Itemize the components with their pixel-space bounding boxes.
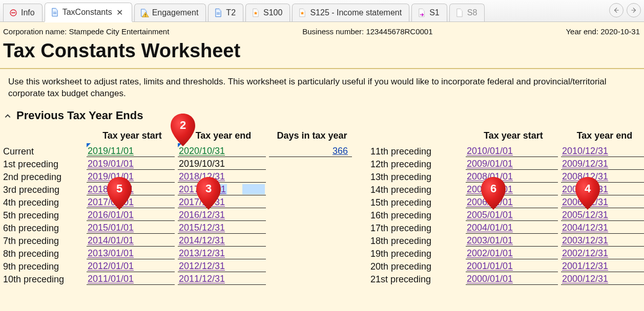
tax-year-start-field[interactable]: 2011/01/01 xyxy=(87,273,175,285)
row-label: 21st preceding xyxy=(369,273,466,286)
tax-year-end-field[interactable]: 2007/12/31 xyxy=(561,184,644,195)
doc-star-icon xyxy=(298,8,307,17)
row-label: 3rd preceding xyxy=(2,184,87,196)
corp-name: Corporation name: Stampede City Entertai… xyxy=(3,27,169,36)
tax-year-start-field[interactable]: 2014/01/01 xyxy=(87,235,175,247)
tax-year-end-field[interactable]: 2017/12/31 xyxy=(178,196,266,208)
year-end-label: Year end: xyxy=(566,27,598,36)
row-label: 19th preceding xyxy=(369,248,466,260)
right-grid: Tax year startTax year end11th preceding… xyxy=(369,128,644,286)
left-grid: Tax year startTax year endDays in tax ye… xyxy=(2,128,355,286)
tax-year-end-field[interactable]: 2008/12/31 xyxy=(561,171,644,183)
tax-year-start-field[interactable]: 2002/01/01 xyxy=(466,248,558,259)
tax-year-end-field[interactable]: 2017/12/31 xyxy=(178,184,266,195)
tax-year-start-field[interactable]: 2010/01/01 xyxy=(466,145,558,157)
doc-warn-icon xyxy=(140,8,149,17)
tax-year-end-field[interactable]: 2004/12/31 xyxy=(561,222,644,234)
tax-year-start-field[interactable]: 2008/01/01 xyxy=(466,171,558,183)
tax-year-start-field[interactable]: 2016/01/01 xyxy=(87,209,175,221)
corp-name-value: Stampede City Entertainment xyxy=(69,27,169,36)
tax-year-end-field[interactable]: 2015/12/31 xyxy=(178,222,266,234)
row-label: 11th preceding xyxy=(369,145,466,158)
tab-taxconstants[interactable]: TaxConstants✕ xyxy=(45,3,132,21)
doc-star-icon xyxy=(251,8,260,17)
page-title: Tax Constants Worksheet xyxy=(0,38,644,69)
doc-arrow-icon xyxy=(417,8,426,17)
row-label: 2nd preceding xyxy=(2,171,87,184)
tax-year-start-field[interactable]: 2019/01/01 xyxy=(87,171,175,183)
tax-year-start-field[interactable]: 2015/01/01 xyxy=(87,222,175,234)
tab-nav-back[interactable] xyxy=(609,3,624,17)
business-number-label: Business number: xyxy=(302,27,364,36)
year-end-value: 2020-10-31 xyxy=(600,27,640,36)
business-number: Business number: 123445678RC0001 xyxy=(302,27,432,36)
tax-year-start-field[interactable]: 2019/01/01 xyxy=(87,158,175,170)
tab-s125-income-statement[interactable]: S125 - Income statement xyxy=(292,4,409,21)
tax-year-start-field[interactable]: 2005/01/01 xyxy=(466,209,558,221)
close-icon[interactable]: ✕ xyxy=(115,8,124,17)
tab-t2[interactable]: T2 xyxy=(208,4,243,21)
doc-blue-icon xyxy=(50,8,59,17)
tax-year-end-field[interactable]: 2019/10/31 xyxy=(178,158,266,170)
tax-year-start-field[interactable]: 2013/01/01 xyxy=(87,248,175,259)
tax-year-end-field[interactable]: 2000/12/31 xyxy=(561,273,644,285)
tax-year-end-field[interactable]: 2001/12/31 xyxy=(561,260,644,272)
svg-point-5 xyxy=(145,16,146,17)
row-label: 9th preceding xyxy=(2,260,87,273)
tax-year-end-field[interactable]: 2005/12/31 xyxy=(561,209,644,221)
column-header-days-in-tax-year: Days in tax year xyxy=(269,128,355,145)
tax-year-start-field[interactable]: 2006/01/01 xyxy=(466,196,558,208)
tab-label: S8 xyxy=(467,8,477,17)
column-header-tax-year-end: Tax year end xyxy=(561,128,644,145)
row-label: 17th preceding xyxy=(369,222,466,235)
row-label: 18th preceding xyxy=(369,235,466,248)
tax-year-end-field[interactable]: 2020/10/31 xyxy=(178,145,266,157)
doc-plain-icon xyxy=(455,8,464,17)
tax-year-start-field[interactable]: 2009/01/01 xyxy=(466,158,558,170)
tax-year-end-field[interactable]: 2002/12/31 xyxy=(561,248,644,259)
tax-year-end-field[interactable]: 2010/12/31 xyxy=(561,145,644,157)
tax-year-start-field[interactable]: 2017/01/01 xyxy=(87,196,175,208)
tax-year-end-field[interactable]: 2016/12/31 xyxy=(178,209,266,221)
tax-year-start-field[interactable]: 2001/01/01 xyxy=(466,260,558,272)
column-header-tax-year-start: Tax year start xyxy=(466,128,561,145)
tax-year-end-field[interactable]: 2003/12/31 xyxy=(561,235,644,247)
days-in-tax-year-field[interactable]: 366 xyxy=(269,145,352,157)
tax-year-start-field[interactable]: 2012/01/01 xyxy=(87,260,175,272)
row-label: 5th preceding xyxy=(2,209,87,222)
tax-year-start-field[interactable]: 2003/01/01 xyxy=(466,235,558,247)
business-number-value: 123445678RC0001 xyxy=(366,27,432,36)
tax-year-start-field[interactable]: 2000/01/01 xyxy=(466,273,558,285)
row-label: 6th preceding xyxy=(2,222,87,235)
tax-year-end-field[interactable]: 2013/12/31 xyxy=(178,248,266,259)
row-label: 10th preceding xyxy=(2,273,87,286)
tab-s1[interactable]: S1 xyxy=(411,4,447,21)
tax-year-start-field[interactable]: 2019/11/01 xyxy=(87,145,175,157)
row-label: Current xyxy=(2,145,87,158)
column-header-tax-year-end: Tax year end xyxy=(178,128,269,145)
section-previous-tax-year-ends[interactable]: Previous Tax Year Ends xyxy=(0,105,644,125)
tax-year-end-field[interactable]: 2009/12/31 xyxy=(561,158,644,170)
tab-info[interactable]: Info xyxy=(3,4,43,21)
arrow-right-icon xyxy=(630,7,637,14)
row-label: 12th preceding xyxy=(369,158,466,171)
tax-year-end-field[interactable]: 2012/12/31 xyxy=(178,260,266,272)
tab-engagement[interactable]: Engagement xyxy=(134,4,206,21)
tax-year-start-field[interactable]: 2004/01/01 xyxy=(466,222,558,234)
tax-year-end-field[interactable]: 2011/12/31 xyxy=(178,273,266,285)
row-label: 1st preceding xyxy=(2,158,87,171)
tab-label: Info xyxy=(21,8,35,17)
tax-year-end-field[interactable]: 2006/12/31 xyxy=(561,196,644,208)
tab-label: S100 xyxy=(263,8,282,17)
tax-year-end-field[interactable]: 2014/12/31 xyxy=(178,235,266,247)
tax-year-end-field[interactable]: 2018/12/31 xyxy=(178,171,266,183)
row-label: 20th preceding xyxy=(369,260,466,273)
tax-year-start-field[interactable]: 2007/01/01 xyxy=(466,184,558,195)
no-entry-icon xyxy=(9,8,18,17)
tab-s8[interactable]: S8 xyxy=(449,4,485,21)
tab-s100[interactable]: S100 xyxy=(245,4,290,21)
row-label: 13th preceding xyxy=(369,171,466,184)
row-label: 16th preceding xyxy=(369,209,466,222)
tax-year-start-field[interactable]: 2018/01/01 xyxy=(87,184,175,195)
tab-nav-forward[interactable] xyxy=(627,3,641,17)
